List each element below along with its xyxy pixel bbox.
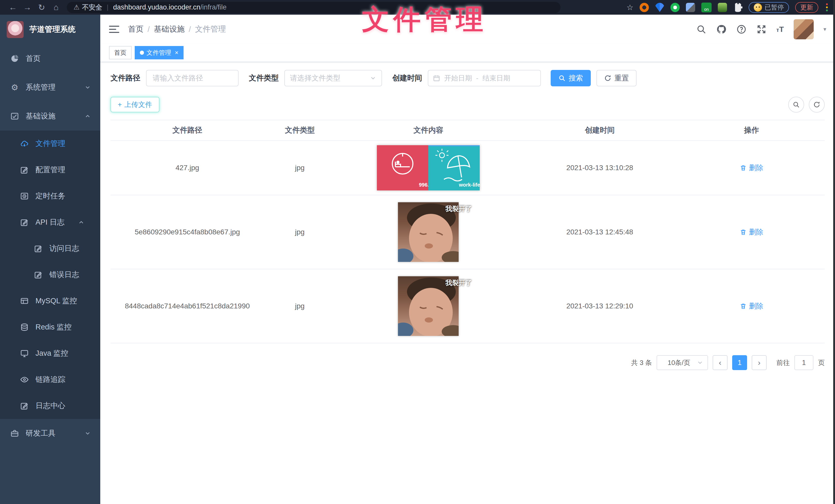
file-preview-image[interactable]: 我裂开了 <box>398 276 459 336</box>
col-file-type: 文件类型 <box>264 125 335 135</box>
search-icon <box>793 101 800 108</box>
help-icon[interactable] <box>736 24 747 35</box>
sidebar-item-java[interactable]: Java 监控 <box>0 340 100 366</box>
sidebar-item-config[interactable]: 配置管理 <box>0 157 100 183</box>
date-range-picker[interactable]: 开始日期 - 结束日期 <box>428 70 541 86</box>
browser-forward-icon[interactable]: → <box>20 3 35 12</box>
upload-file-button[interactable]: + 上传文件 <box>110 97 159 112</box>
delete-button[interactable]: 删除 <box>740 301 763 311</box>
cell-file-type: jpg <box>264 228 335 236</box>
sidebar-item-label: 访问日志 <box>49 244 79 254</box>
address-bar[interactable]: ⚠ 不安全 | dashboard.yudao.iocoder.cn /infr… <box>67 2 561 13</box>
extension-icon[interactable] <box>686 3 695 12</box>
breadcrumb-home[interactable]: 首页 <box>128 24 143 35</box>
file-path-input[interactable] <box>146 70 239 86</box>
sidebar-item-label: MySQL 监控 <box>36 296 77 306</box>
bookmark-star-icon[interactable]: ☆ <box>627 3 633 12</box>
start-date-placeholder[interactable]: 开始日期 <box>444 74 472 83</box>
tag-home[interactable]: 首页 <box>109 46 131 59</box>
user-caret-icon[interactable]: ▾ <box>823 26 826 33</box>
table-header: 文件路径 文件类型 文件内容 创建时间 操作 <box>110 120 825 141</box>
github-icon[interactable] <box>716 24 727 35</box>
tag-file-manage[interactable]: 文件管理 × <box>135 46 184 59</box>
search-icon[interactable] <box>696 24 707 35</box>
delete-button[interactable]: 删除 <box>740 227 763 237</box>
collapse-sidebar-icon[interactable] <box>109 26 119 33</box>
breadcrumb-infra[interactable]: 基础设施 <box>154 24 185 35</box>
file-preview-image[interactable]: 996.ICU work-life balance <box>377 145 480 190</box>
sidebar-item-log-center[interactable]: 日志中心 <box>0 393 100 419</box>
profile-paused-badge[interactable]: 已暂停 <box>749 2 789 13</box>
extension-icon[interactable] <box>670 3 680 12</box>
extension-icon[interactable] <box>718 3 727 12</box>
app-logo-row[interactable]: 芋道管理系统 <box>0 15 100 44</box>
browser-back-icon[interactable]: ← <box>6 3 20 12</box>
sidebar-item-dev-tools[interactable]: 研发工具 <box>0 419 100 448</box>
next-page-button[interactable]: › <box>752 355 767 370</box>
work-life-balance-panel: work-life balance <box>428 145 480 190</box>
refresh-icon <box>813 101 820 108</box>
extension-icon[interactable] <box>655 3 664 12</box>
sidebar-item-label: 首页 <box>26 54 41 64</box>
sidebar-item-label: Java 监控 <box>36 348 68 359</box>
prev-page-button[interactable]: ‹ <box>713 355 728 370</box>
file-preview-image[interactable]: 我裂开了 <box>398 202 459 262</box>
page-size-select[interactable]: 10条/页 <box>657 355 708 370</box>
pagination: 共 3 条 10条/页 ‹ 1 › 前往 页 <box>110 355 825 380</box>
sidebar-item-label: 研发工具 <box>26 428 56 439</box>
infrastructure-icon <box>10 112 19 121</box>
close-icon[interactable]: × <box>175 49 178 56</box>
sidebar-item-label: 系统管理 <box>26 82 56 92</box>
search-button[interactable]: 搜索 <box>551 70 591 86</box>
toggle-search-button[interactable] <box>788 97 804 112</box>
table-row: 5e8609290e915c4fa8b08e67.jpg jpg <box>110 195 825 269</box>
sidebar-item-trace[interactable]: 链路追踪 <box>0 366 100 393</box>
sidebar-item-label: 链路追踪 <box>36 375 65 385</box>
extension-icon[interactable] <box>639 3 649 12</box>
top-navbar: 首页 / 基础设施 / 文件管理 тT ▾ <box>100 15 835 44</box>
sidebar-item-mysql[interactable]: MySQL 监控 <box>0 288 100 314</box>
sidebar-item-access-log[interactable]: 访问日志 <box>0 235 100 261</box>
extension-on-icon[interactable]: on <box>701 3 712 12</box>
browser-menu-icon[interactable] <box>824 3 829 11</box>
sidebar-item-home[interactable]: 首页 <box>0 44 100 73</box>
refresh-table-button[interactable] <box>809 97 825 112</box>
pagination-total: 共 3 条 <box>631 358 652 367</box>
plus-icon: + <box>118 101 122 109</box>
goto-page-input[interactable] <box>794 355 813 370</box>
search-icon <box>558 75 566 82</box>
sidebar-item-file-manage[interactable]: 文件管理 <box>0 130 100 157</box>
browser-reload-icon[interactable]: ↻ <box>35 3 49 12</box>
security-label[interactable]: 不安全 <box>82 3 102 12</box>
calendar-icon <box>433 75 440 82</box>
browser-home-icon[interactable]: ⌂ <box>49 3 63 12</box>
cell-file-content: 996.ICU work-life balance <box>335 145 521 190</box>
sidebar-item-system[interactable]: ⚙ 系统管理 <box>0 73 100 102</box>
page-number-active[interactable]: 1 <box>732 355 747 370</box>
url-host: dashboard.yudao.iocoder.cn <box>113 3 200 11</box>
end-date-placeholder[interactable]: 结束日期 <box>483 74 510 83</box>
cell-created: 2021-03-13 12:45:48 <box>521 228 678 236</box>
sidebar: 芋道管理系统 首页 ⚙ 系统管理 基础设施 文件管理 配置管理 <box>0 15 100 504</box>
sidebar-item-api-log[interactable]: API 日志 <box>0 209 100 235</box>
chrome-update-button[interactable]: 更新 <box>795 2 818 13</box>
page-unit-label: 页 <box>818 358 825 367</box>
user-avatar[interactable] <box>794 19 814 39</box>
reset-button[interactable]: 重置 <box>596 70 636 86</box>
trash-icon <box>740 302 747 310</box>
delete-button[interactable]: 删除 <box>740 163 763 173</box>
trash-icon <box>740 229 747 236</box>
sidebar-item-label: Redis 监控 <box>36 322 72 332</box>
font-size-icon[interactable]: тT <box>776 25 784 34</box>
sidebar-item-error-log[interactable]: 错误日志 <box>0 261 100 288</box>
sidebar-item-infra[interactable]: 基础设施 <box>0 102 100 130</box>
puzzle-extensions-icon[interactable] <box>733 3 742 12</box>
active-dot <box>140 50 144 55</box>
col-created: 创建时间 <box>521 125 678 135</box>
sidebar-item-redis[interactable]: Redis 监控 <box>0 314 100 340</box>
sidebar-item-job[interactable]: 定时任务 <box>0 183 100 209</box>
cell-actions: 删除 <box>678 227 824 237</box>
file-type-select[interactable]: 请选择文件类型 <box>284 70 382 86</box>
address-divider: | <box>107 3 108 11</box>
fullscreen-icon[interactable] <box>756 24 767 35</box>
